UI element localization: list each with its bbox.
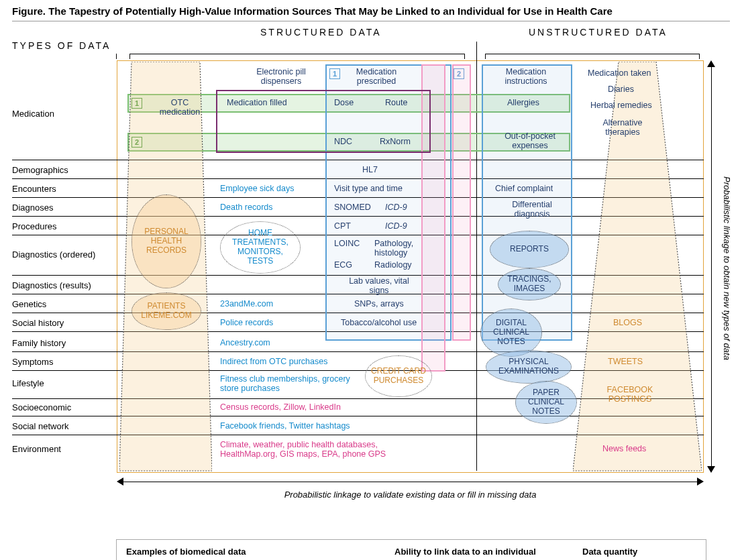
t-tobacco: Tobacco/alcohol use	[341, 318, 417, 327]
t-ancestry: Ancestry.com	[220, 338, 270, 347]
row-social-network: Social network	[12, 421, 69, 431]
t-ecg: ECG	[334, 260, 352, 270]
t-icd9-2: ICD-9	[385, 221, 407, 231]
oval-reports: REPORTS	[490, 231, 569, 268]
row-encounters: Encounters	[12, 184, 56, 194]
row-genetics: Genetics	[12, 299, 46, 309]
t-medpres: Medication prescribed	[346, 67, 407, 86]
t-alt: Alternative therapies	[596, 118, 649, 137]
legend-h2: Ability to link data to an individual	[394, 547, 555, 557]
t-medinst: Medication instructions	[492, 67, 560, 86]
t-rad: Radiology	[374, 260, 412, 270]
t-oop: Out-of-pocket expenses	[496, 131, 564, 150]
legend-h1: Examples of biomedical data	[126, 547, 368, 557]
t-icd9-1: ICD-9	[385, 203, 407, 212]
legend-h3: Data quantity	[582, 547, 663, 557]
t-diffdx: Differential diagnosis	[502, 200, 562, 219]
t-snomed: SNOMED	[334, 203, 371, 212]
oval-tracings: TRACINGS, IMAGES	[498, 268, 561, 300]
t-lab: Lab values, vital signs	[349, 276, 409, 295]
t-death: Death records	[220, 203, 273, 212]
x-caption: Probabilistic linkage to validate existi…	[117, 490, 704, 500]
structured-hdr: STRUCTURED DATA	[260, 27, 382, 38]
row-lifestyle: Lifestyle	[12, 378, 44, 388]
oval-plm: PATIENTS LIKEME.COM	[131, 292, 201, 330]
t-route: Route	[385, 98, 407, 107]
row-diagnostics-results: Diagnostics (results)	[12, 280, 91, 290]
t-cpt: CPT	[334, 221, 351, 231]
row-socioeconomic: Socioeconomic	[12, 402, 71, 412]
registry-box-b	[452, 64, 471, 341]
y-arrow	[706, 60, 716, 473]
t-dose: Dose	[334, 98, 354, 107]
oval-pex: PHYSICAL EXAMINATIONS	[486, 350, 572, 384]
t-rxnorm: RxNorm	[380, 137, 411, 146]
row-diagnostics-ordered: Diagnostics (ordered)	[12, 249, 95, 260]
t-fitness: Fitness club memberships, grocery store …	[220, 374, 361, 393]
t-path: Pathology, histology	[374, 239, 428, 258]
row-family-history: Family history	[12, 338, 66, 348]
t-env: Climate, weather, public health database…	[220, 440, 428, 459]
row-environment: Environment	[12, 444, 61, 454]
t-sick: Employee sick days	[220, 184, 294, 193]
t-blogs: BLOGS	[613, 318, 642, 327]
t-tweets: TWEETS	[608, 357, 643, 366]
row-medication: Medication	[12, 109, 54, 119]
x-arrow	[117, 478, 704, 486]
t-news: News feeds	[602, 444, 646, 453]
oval-home: HOME TREATMENTS, MONITORS, TESTS	[220, 221, 301, 274]
t-loinc: LOINC	[334, 239, 360, 248]
t-ndc: NDC	[334, 137, 352, 146]
oval-pcn: PAPER CLINICAL NOTES	[515, 381, 577, 424]
row-procedures: Procedures	[12, 221, 56, 231]
legend: Examples of biomedical data 12Pharmacy d…	[116, 539, 706, 560]
t-chief: Chief complaint	[495, 184, 553, 193]
t-fb: Facebook friends, Twitter hashtags	[220, 421, 350, 431]
t-23andme: 23andMe.com	[220, 299, 273, 309]
types-hdr: TYPES OF DATA	[12, 40, 111, 51]
t-herbal: Herbal remedies	[590, 101, 652, 110]
t-medtaken: Medication taken	[588, 68, 651, 78]
oval-credit: CREDIT CARD PURCHASES	[365, 355, 432, 397]
figure-title: Figure. The Tapestry of Potentially High…	[12, 5, 730, 21]
row-demographics: Demographics	[12, 165, 68, 175]
t-snps: SNPs, arrays	[354, 299, 404, 309]
t-visit: Visit type and time	[334, 184, 403, 193]
column-headers: TYPES OF DATA STRUCTURED DATA UNSTRUCTUR…	[12, 25, 730, 40]
y-caption: Probabilistic linkage to obtain new type…	[722, 87, 732, 449]
t-fbpost: FACEBOOK POSTINGS	[600, 385, 660, 404]
t-hl7: HL7	[362, 165, 378, 174]
row-social-history: Social history	[12, 318, 64, 328]
row-diagnoses: Diagnoses	[12, 203, 53, 213]
unstructured-hdr: UNSTRUCTURED DATA	[529, 27, 668, 38]
t-indirect: Indirect from OTC purchases	[220, 357, 327, 366]
t-diaries: Diaries	[608, 85, 634, 94]
oval-phr: PERSONAL HEALTH RECORDS	[131, 194, 201, 288]
t-medfill: Medication filled	[227, 98, 287, 107]
t-otc: OTC medication	[153, 98, 207, 117]
t-census: Census records, Zillow, LinkedIn	[220, 402, 341, 412]
t-pilldisp: Electronic pill dispensers	[251, 67, 311, 86]
t-police: Police records	[220, 318, 273, 327]
row-symptoms: Symptoms	[12, 357, 53, 367]
t-allergies: Allergies	[507, 98, 539, 107]
